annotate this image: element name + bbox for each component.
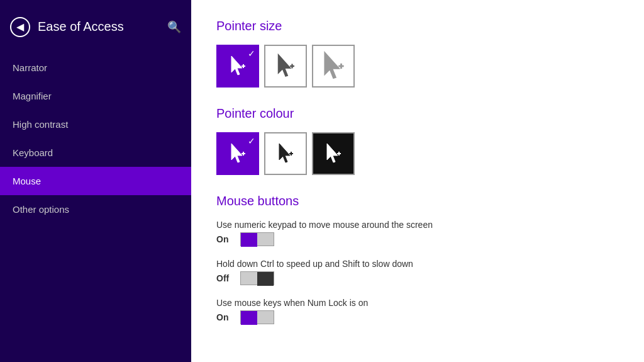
toggle-label-ctrl-speed: Off (216, 273, 234, 283)
toggle-thumb-num-lock (241, 311, 257, 325)
pointer-colour-title: Pointer colour (216, 106, 619, 121)
cursor-black-icon (277, 142, 294, 165)
sidebar-item-narrator[interactable]: Narrator (0, 54, 191, 82)
cursor-medium-icon (275, 53, 296, 79)
checkmark-icon: ✓ (248, 48, 255, 59)
sidebar-item-mouse[interactable]: Mouse (0, 167, 191, 195)
toggle-description-ctrl-speed: Hold down Ctrl to speed up and Shift to … (216, 259, 619, 269)
toggle-label-numeric-keypad: On (216, 234, 234, 244)
toggles-list: Use numeric keypad to move mouse around … (216, 220, 619, 324)
toggle-track-numeric-keypad[interactable] (240, 232, 274, 246)
pointer-colour-white[interactable]: ✓ (216, 132, 259, 175)
pointer-size-medium[interactable] (264, 45, 307, 88)
mouse-buttons-title: Mouse buttons (216, 194, 619, 208)
pointer-size-options: ✓ (216, 45, 619, 88)
pointer-size-large[interactable] (312, 45, 355, 88)
mouse-buttons-section: Mouse buttons Use numeric keypad to move… (216, 194, 619, 324)
svg-marker-3 (278, 54, 291, 76)
svg-marker-12 (279, 144, 290, 162)
search-icon[interactable]: 🔍 (167, 20, 181, 34)
pointer-colour-options: ✓ (216, 132, 619, 175)
pointer-size-title: Pointer size (216, 19, 619, 33)
toggle-row-num-lock: Use mouse keys when Num Lock is onOn (216, 298, 619, 324)
svg-marker-0 (231, 56, 242, 75)
pointer-colour-black[interactable] (264, 132, 307, 175)
cursor-invert-icon (325, 142, 342, 165)
pointer-size-small[interactable]: ✓ (216, 45, 259, 88)
checkmark-icon-colour: ✓ (248, 136, 255, 146)
main-content: Pointer size ✓ (191, 0, 644, 362)
toggle-row-numeric-keypad: Use numeric keypad to move mouse around … (216, 220, 619, 246)
svg-marker-6 (325, 52, 340, 79)
sidebar-item-magnifier[interactable]: Magnifier (0, 82, 191, 110)
toggle-description-numeric-keypad: Use numeric keypad to move mouse around … (216, 220, 619, 230)
toggle-label-num-lock: On (216, 312, 234, 322)
toggle-track-num-lock[interactable] (240, 310, 274, 324)
back-arrow-icon: ◀ (16, 22, 24, 32)
svg-marker-9 (231, 144, 242, 162)
pointer-colour-invert[interactable] (312, 132, 355, 175)
sidebar-item-other-options[interactable]: Other options (0, 195, 191, 223)
sidebar-item-high-contrast[interactable]: High contrast (0, 110, 191, 139)
sidebar: ◀ Ease of Access 🔍 NarratorMagnifierHigh… (0, 0, 191, 362)
toggle-description-num-lock: Use mouse keys when Num Lock is on (216, 298, 619, 308)
toggle-track-ctrl-speed[interactable] (240, 271, 274, 285)
toggle-control-num-lock: On (216, 310, 619, 324)
toggle-control-ctrl-speed: Off (216, 271, 619, 285)
toggle-control-numeric-keypad: On (216, 232, 619, 246)
toggle-row-ctrl-speed: Hold down Ctrl to speed up and Shift to … (216, 259, 619, 285)
cursor-large-icon (321, 50, 346, 82)
cursor-white-icon (229, 142, 247, 165)
sidebar-item-keyboard[interactable]: Keyboard (0, 139, 191, 167)
toggle-thumb-numeric-keypad (241, 233, 257, 247)
nav-list: NarratorMagnifierHigh contrastKeyboardMo… (0, 54, 191, 223)
sidebar-title: Ease of Access (38, 20, 181, 34)
cursor-small-icon (229, 55, 247, 77)
back-button[interactable]: ◀ (10, 17, 30, 37)
toggle-thumb-ctrl-speed (257, 272, 274, 286)
sidebar-header: ◀ Ease of Access 🔍 (0, 0, 191, 54)
svg-marker-15 (327, 144, 338, 162)
